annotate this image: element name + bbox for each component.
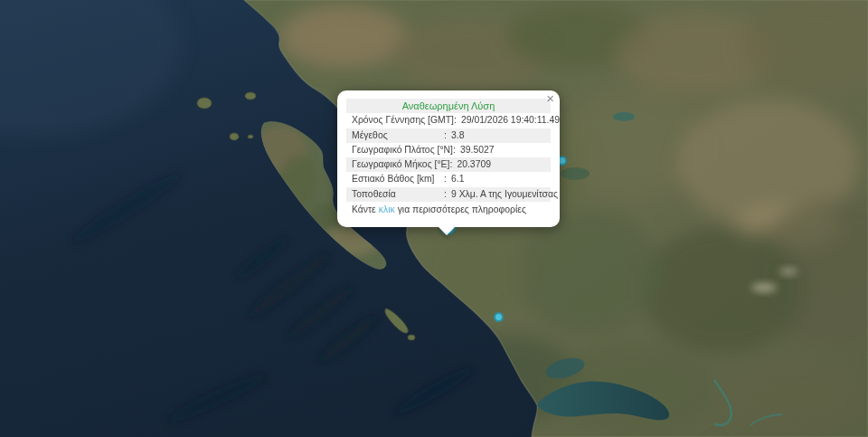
details-link[interactable]: κλικ bbox=[379, 204, 395, 214]
popup-row: Χρόνος Γέννησης [GMT] : 29/01/2026 19:40… bbox=[346, 113, 551, 128]
field-label: Εστιακό Βάθος [km] bbox=[352, 173, 444, 185]
footer-text: για περισσότερες πληροφορίες bbox=[398, 204, 526, 214]
colon-separator: : bbox=[454, 114, 461, 127]
field-value: 3.8 bbox=[451, 129, 547, 142]
field-value: 20.3709 bbox=[457, 158, 547, 171]
earthquake-marker[interactable] bbox=[494, 312, 504, 322]
field-label: Γεωγραφικό Πλάτος [°N] bbox=[352, 144, 453, 157]
popup-row: Γεωγραφικό Πλάτος [°N] : 39.5027 bbox=[346, 143, 551, 157]
lake bbox=[613, 112, 635, 121]
field-label: Μέγεθος bbox=[352, 129, 444, 142]
lake bbox=[561, 167, 590, 180]
popup-row: Γεωγραφικό Μήκος [°E] : 20.3709 bbox=[346, 157, 551, 172]
islet bbox=[230, 133, 239, 140]
footer-text: Κάντε bbox=[352, 204, 376, 214]
colon-separator: : bbox=[453, 144, 460, 157]
islet bbox=[245, 92, 256, 100]
field-value: 29/01/2026 19:40:11.49 bbox=[461, 114, 560, 127]
earthquake-popup: × Αναθεωρημένη Λύση Χρόνος Γέννησης [GMT… bbox=[337, 90, 560, 227]
popup-row: Μέγεθος : 3.8 bbox=[346, 128, 551, 143]
antipaxos-island bbox=[408, 335, 415, 340]
popup-row: Τοποθεσία : 9 Χλμ. Α της Ιγουμενίτσας bbox=[346, 187, 551, 202]
colon-separator: : bbox=[444, 188, 451, 201]
field-value: 6.1 bbox=[451, 173, 547, 185]
islet bbox=[197, 98, 212, 109]
close-icon[interactable]: × bbox=[546, 92, 554, 105]
popup-row: Εστιακό Βάθος [km] : 6.1 bbox=[346, 172, 551, 186]
islet bbox=[248, 135, 253, 138]
popup-footer: Κάντεκλικγια περισσότερες πληροφορίες bbox=[346, 202, 551, 216]
field-label: Χρόνος Γέννησης [GMT] bbox=[352, 114, 454, 127]
map-viewport: × Αναθεωρημένη Λύση Χρόνος Γέννησης [GMT… bbox=[0, 0, 868, 437]
colon-separator: : bbox=[444, 173, 451, 185]
field-label: Γεωγραφικό Μήκος [°E] bbox=[352, 158, 449, 171]
popup-title: Αναθεωρημένη Λύση bbox=[346, 99, 551, 113]
field-label: Τοποθεσία bbox=[352, 188, 444, 201]
field-value: 9 Χλμ. Α της Ιγουμενίτσας bbox=[451, 188, 558, 201]
field-value: 39.5027 bbox=[460, 144, 547, 157]
colon-separator: : bbox=[444, 129, 451, 142]
colon-separator: : bbox=[449, 158, 457, 171]
